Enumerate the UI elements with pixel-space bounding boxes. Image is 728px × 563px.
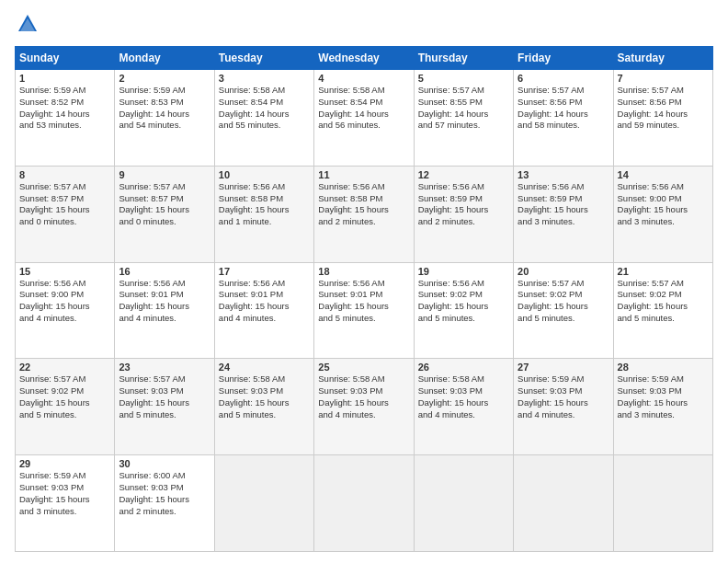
day-number: 20 [518, 266, 609, 277]
cell-text: Sunrise: 5:57 AMSunset: 8:55 PMDaylight:… [418, 85, 509, 132]
cell-text: Sunrise: 5:57 AMSunset: 8:57 PMDaylight:… [119, 181, 210, 228]
day-number: 11 [318, 169, 409, 180]
calendar-cell: 5Sunrise: 5:57 AMSunset: 8:55 PMDaylight… [414, 70, 513, 167]
calendar-cell: 2Sunrise: 5:59 AMSunset: 8:53 PMDaylight… [115, 70, 214, 167]
cell-text: Sunrise: 5:57 AMSunset: 8:57 PMDaylight:… [19, 181, 110, 228]
cell-text: Sunrise: 5:56 AMSunset: 9:00 PMDaylight:… [19, 278, 110, 325]
week-row-3: 15Sunrise: 5:56 AMSunset: 9:00 PMDayligh… [16, 262, 713, 359]
day-number: 15 [19, 266, 110, 277]
weekday-header-monday: Monday [115, 47, 214, 70]
weekday-header-friday: Friday [514, 47, 613, 70]
cell-text: Sunrise: 5:57 AMSunset: 9:03 PMDaylight:… [119, 373, 210, 420]
calendar-cell: 30Sunrise: 6:00 AMSunset: 9:03 PMDayligh… [115, 455, 214, 552]
week-row-4: 22Sunrise: 5:57 AMSunset: 9:02 PMDayligh… [16, 359, 713, 455]
cell-text: Sunrise: 5:59 AMSunset: 8:52 PMDaylight:… [19, 85, 110, 132]
cell-text: Sunrise: 5:56 AMSunset: 8:58 PMDaylight:… [318, 181, 409, 228]
weekday-header-wednesday: Wednesday [314, 47, 414, 70]
day-number: 6 [518, 73, 609, 84]
cell-text: Sunrise: 5:58 AMSunset: 9:03 PMDaylight:… [418, 373, 509, 420]
calendar-cell [613, 455, 712, 552]
calendar-cell: 14Sunrise: 5:56 AMSunset: 9:00 PMDayligh… [613, 166, 712, 262]
calendar-cell: 10Sunrise: 5:56 AMSunset: 8:58 PMDayligh… [214, 166, 313, 262]
calendar-cell: 19Sunrise: 5:56 AMSunset: 9:02 PMDayligh… [414, 262, 513, 359]
cell-text: Sunrise: 5:58 AMSunset: 8:54 PMDaylight:… [219, 85, 310, 132]
calendar-cell: 28Sunrise: 5:59 AMSunset: 9:03 PMDayligh… [613, 359, 712, 455]
calendar-cell: 12Sunrise: 5:56 AMSunset: 8:59 PMDayligh… [414, 166, 513, 262]
calendar-cell: 13Sunrise: 5:56 AMSunset: 8:59 PMDayligh… [514, 166, 613, 262]
cell-text: Sunrise: 6:00 AMSunset: 9:03 PMDaylight:… [119, 470, 210, 517]
day-number: 4 [318, 73, 409, 84]
cell-text: Sunrise: 5:56 AMSunset: 9:00 PMDaylight:… [618, 181, 709, 228]
week-row-2: 8Sunrise: 5:57 AMSunset: 8:57 PMDaylight… [16, 166, 713, 262]
day-number: 21 [618, 266, 709, 277]
logo-icon [15, 11, 40, 37]
calendar-cell: 18Sunrise: 5:56 AMSunset: 9:01 PMDayligh… [314, 262, 414, 359]
cell-text: Sunrise: 5:57 AMSunset: 9:02 PMDaylight:… [19, 373, 110, 420]
calendar-cell [514, 455, 613, 552]
calendar-cell: 17Sunrise: 5:56 AMSunset: 9:01 PMDayligh… [214, 262, 313, 359]
weekday-header-row: SundayMondayTuesdayWednesdayThursdayFrid… [16, 47, 713, 70]
day-number: 24 [219, 362, 310, 373]
day-number: 10 [219, 169, 310, 180]
cell-text: Sunrise: 5:56 AMSunset: 9:02 PMDaylight:… [418, 278, 509, 325]
cell-text: Sunrise: 5:58 AMSunset: 8:54 PMDaylight:… [318, 85, 409, 132]
day-number: 2 [119, 73, 210, 84]
day-number: 25 [318, 362, 409, 373]
weekday-header-sunday: Sunday [16, 47, 115, 70]
logo [15, 11, 44, 37]
day-number: 3 [219, 73, 310, 84]
calendar-cell: 7Sunrise: 5:57 AMSunset: 8:56 PMDaylight… [613, 70, 712, 167]
day-number: 9 [119, 169, 210, 180]
day-number: 19 [418, 266, 509, 277]
calendar-cell: 23Sunrise: 5:57 AMSunset: 9:03 PMDayligh… [115, 359, 214, 455]
calendar-cell: 6Sunrise: 5:57 AMSunset: 8:56 PMDaylight… [514, 70, 613, 167]
day-number: 14 [618, 169, 709, 180]
cell-text: Sunrise: 5:56 AMSunset: 8:58 PMDaylight:… [219, 181, 310, 228]
calendar-cell: 26Sunrise: 5:58 AMSunset: 9:03 PMDayligh… [414, 359, 513, 455]
calendar-cell: 9Sunrise: 5:57 AMSunset: 8:57 PMDaylight… [115, 166, 214, 262]
cell-text: Sunrise: 5:59 AMSunset: 9:03 PMDaylight:… [618, 373, 709, 420]
cell-text: Sunrise: 5:56 AMSunset: 8:59 PMDaylight:… [518, 181, 609, 228]
cell-text: Sunrise: 5:56 AMSunset: 9:01 PMDaylight:… [119, 278, 210, 325]
calendar-cell [314, 455, 414, 552]
day-number: 8 [19, 169, 110, 180]
calendar-cell: 29Sunrise: 5:59 AMSunset: 9:03 PMDayligh… [16, 455, 115, 552]
day-number: 12 [418, 169, 509, 180]
calendar-cell: 8Sunrise: 5:57 AMSunset: 8:57 PMDaylight… [16, 166, 115, 262]
day-number: 29 [19, 458, 110, 469]
calendar-cell: 24Sunrise: 5:58 AMSunset: 9:03 PMDayligh… [214, 359, 313, 455]
calendar-cell: 1Sunrise: 5:59 AMSunset: 8:52 PMDaylight… [16, 70, 115, 167]
cell-text: Sunrise: 5:57 AMSunset: 8:56 PMDaylight:… [518, 85, 609, 132]
weekday-header-thursday: Thursday [414, 47, 513, 70]
header [15, 11, 713, 37]
day-number: 30 [119, 458, 210, 469]
calendar-cell: 22Sunrise: 5:57 AMSunset: 9:02 PMDayligh… [16, 359, 115, 455]
day-number: 28 [618, 362, 709, 373]
cell-text: Sunrise: 5:56 AMSunset: 9:01 PMDaylight:… [219, 278, 310, 325]
cell-text: Sunrise: 5:56 AMSunset: 8:59 PMDaylight:… [418, 181, 509, 228]
page: SundayMondayTuesdayWednesdayThursdayFrid… [0, 0, 728, 563]
day-number: 23 [119, 362, 210, 373]
week-row-5: 29Sunrise: 5:59 AMSunset: 9:03 PMDayligh… [16, 455, 713, 552]
calendar-cell: 15Sunrise: 5:56 AMSunset: 9:00 PMDayligh… [16, 262, 115, 359]
calendar-cell: 3Sunrise: 5:58 AMSunset: 8:54 PMDaylight… [214, 70, 313, 167]
day-number: 5 [418, 73, 509, 84]
cell-text: Sunrise: 5:59 AMSunset: 9:03 PMDaylight:… [518, 373, 609, 420]
calendar-cell [214, 455, 313, 552]
day-number: 1 [19, 73, 110, 84]
weekday-header-tuesday: Tuesday [214, 47, 313, 70]
day-number: 22 [19, 362, 110, 373]
cell-text: Sunrise: 5:58 AMSunset: 9:03 PMDaylight:… [318, 373, 409, 420]
day-number: 26 [418, 362, 509, 373]
calendar-cell: 16Sunrise: 5:56 AMSunset: 9:01 PMDayligh… [115, 262, 214, 359]
calendar-cell: 11Sunrise: 5:56 AMSunset: 8:58 PMDayligh… [314, 166, 414, 262]
day-number: 17 [219, 266, 310, 277]
day-number: 18 [318, 266, 409, 277]
calendar-cell: 25Sunrise: 5:58 AMSunset: 9:03 PMDayligh… [314, 359, 414, 455]
cell-text: Sunrise: 5:59 AMSunset: 9:03 PMDaylight:… [19, 470, 110, 517]
calendar-table: SundayMondayTuesdayWednesdayThursdayFrid… [15, 46, 713, 552]
calendar-cell [414, 455, 513, 552]
week-row-1: 1Sunrise: 5:59 AMSunset: 8:52 PMDaylight… [16, 70, 713, 167]
weekday-header-saturday: Saturday [613, 47, 712, 70]
calendar-cell: 21Sunrise: 5:57 AMSunset: 9:02 PMDayligh… [613, 262, 712, 359]
